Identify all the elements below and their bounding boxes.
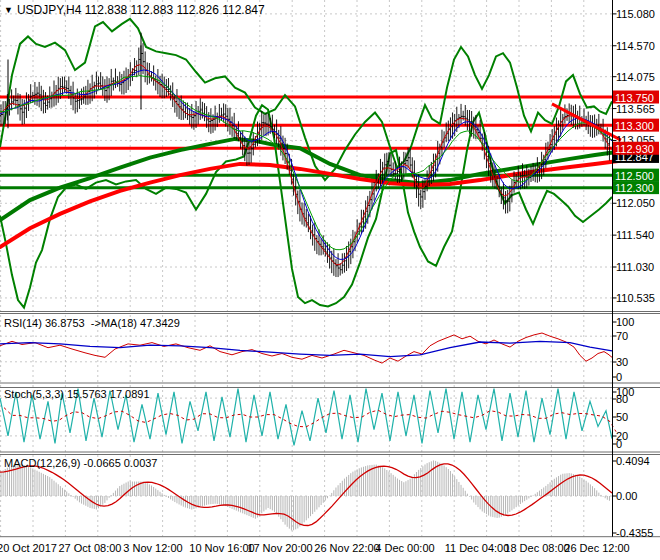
price-tick-label: 110.535 <box>616 292 655 304</box>
price-tick-label: 115.080 <box>616 8 655 20</box>
time-axis-label: 3 Nov 12:00 <box>123 542 182 554</box>
header-ohlc-values: 112.838 112.883 112.826 112.847 <box>85 3 265 17</box>
rsi-axis-label: 0 <box>616 371 622 383</box>
support-badge-112.500-label: 112.500 <box>615 170 654 182</box>
price-tick-label: 114.570 <box>616 40 655 52</box>
stoch-axis-label: 80 <box>616 393 628 405</box>
chart-header: ▼USDJPY,H4 112.838 112.883 112.826 112.8… <box>4 3 265 17</box>
resistance-badge-113.750-label: 113.750 <box>615 92 654 104</box>
chart-dropdown-icon[interactable]: ▼ <box>4 5 13 15</box>
rsi-panel <box>0 333 612 363</box>
rsi-axis-label: 100 <box>616 316 634 328</box>
time-axis-label: 18 Dec 08:00 <box>504 542 569 554</box>
chart-canvas[interactable]: 115.080114.570114.075113.565113.055112.0… <box>0 0 660 560</box>
resistance-badge-112.930-label: 112.930 <box>615 143 654 155</box>
price-tick-label: 112.050 <box>616 197 655 209</box>
stoch-axis-label: 50 <box>616 411 628 423</box>
price-tick-label: 111.540 <box>616 229 654 241</box>
macd-indicator-label: MACD(12,26,9) -0.0665 0.0037 <box>4 457 157 469</box>
rsi-indicator-label: RSI(14) 36.8753 ->MA(18) 47.3429 <box>4 317 180 329</box>
price-tick-label: 114.075 <box>616 71 655 83</box>
rsi-axis-label: 70 <box>616 330 628 342</box>
stoch-axis-label: 0 <box>616 438 622 450</box>
rsi-axis-label: 30 <box>616 356 628 368</box>
macd-axis-label: -0.4355 <box>616 527 653 539</box>
support-badge-112.300-label: 112.300 <box>615 182 654 194</box>
time-axis-label: 26 Dec 12:00 <box>564 542 629 554</box>
resistance-badge-113.300-label: 113.300 <box>615 120 654 132</box>
time-axis-label: 20 Oct 2017 <box>0 542 57 554</box>
indicator-level-lines <box>0 336 612 496</box>
macd-panel <box>0 460 612 530</box>
stoch-indicator-label: Stoch(5,3,3) 15.5763 17.0891 <box>4 388 150 400</box>
time-axis-label: 11 Dec 04:00 <box>445 542 510 554</box>
indicator-axes: 1007030010080502000.40940.00-0.4355 <box>613 316 654 539</box>
symbol-period-label: USDJPY,H4 <box>17 3 81 17</box>
time-axis-label: 27 Oct 08:00 <box>59 542 122 554</box>
time-axis-label: 17 Nov 20:00 <box>247 542 312 554</box>
macd-axis-label: 0.4094 <box>616 455 650 467</box>
price-tick-label: 113.565 <box>616 103 655 115</box>
time-axis-label: 4 Dec 00:00 <box>375 542 434 554</box>
time-axis-label: 26 Nov 22:00 <box>314 542 379 554</box>
time-axis-label: 10 Nov 16:00 <box>189 542 254 554</box>
price-tick-label: 111.030 <box>616 261 654 273</box>
macd-axis-label: 0.00 <box>616 490 637 502</box>
time-axis: 20 Oct 201727 Oct 08:003 Nov 12:0010 Nov… <box>0 542 630 554</box>
trading-chart-window: 115.080114.570114.075113.565113.055112.0… <box>0 0 660 560</box>
